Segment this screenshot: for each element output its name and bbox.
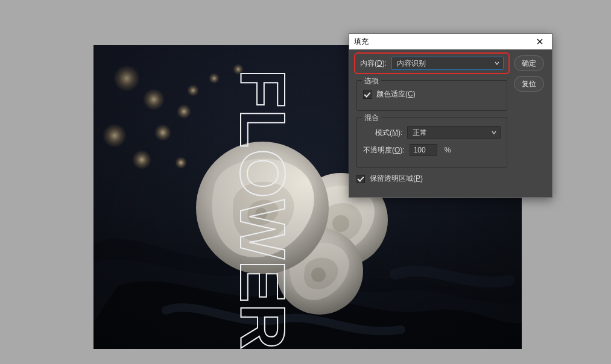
- dialog-title: 填充: [354, 37, 369, 47]
- chevron-down-icon: [492, 130, 496, 135]
- fill-dialog: 填充 内容(D): 内容识别 选项 颜色适应(C): [349, 33, 552, 198]
- content-label: 内容(D):: [360, 58, 387, 69]
- blend-group-title: 混合: [362, 113, 381, 123]
- preserve-transparency-checkbox[interactable]: [356, 175, 365, 183]
- content-row-highlight: 内容(D): 内容识别: [354, 52, 510, 74]
- blend-group: 混合 模式(M): 正常 不透明度(O): %: [356, 117, 507, 168]
- opacity-input[interactable]: [410, 144, 437, 156]
- mode-dropdown-value: 正常: [413, 128, 427, 138]
- opacity-label: 不透明度(O):: [363, 145, 405, 155]
- color-adapt-label: 颜色适应(C): [376, 89, 416, 99]
- preserve-transparency-label: 保留透明区域(P): [370, 174, 423, 184]
- options-group-title: 选项: [362, 76, 381, 86]
- close-icon: [537, 39, 543, 45]
- chevron-down-icon: [495, 61, 499, 66]
- mode-label: 模式(M):: [375, 128, 402, 138]
- content-dropdown-value: 内容识别: [397, 58, 426, 69]
- opacity-unit: %: [445, 146, 451, 154]
- close-button[interactable]: [533, 36, 547, 48]
- content-dropdown[interactable]: 内容识别: [391, 57, 504, 70]
- ok-button[interactable]: 确定: [514, 55, 544, 71]
- mode-dropdown[interactable]: 正常: [407, 126, 501, 139]
- options-group: 选项 颜色适应(C): [356, 80, 507, 111]
- reset-button[interactable]: 复位: [514, 76, 544, 92]
- dialog-titlebar[interactable]: 填充: [349, 34, 552, 49]
- color-adapt-checkbox[interactable]: [363, 90, 372, 99]
